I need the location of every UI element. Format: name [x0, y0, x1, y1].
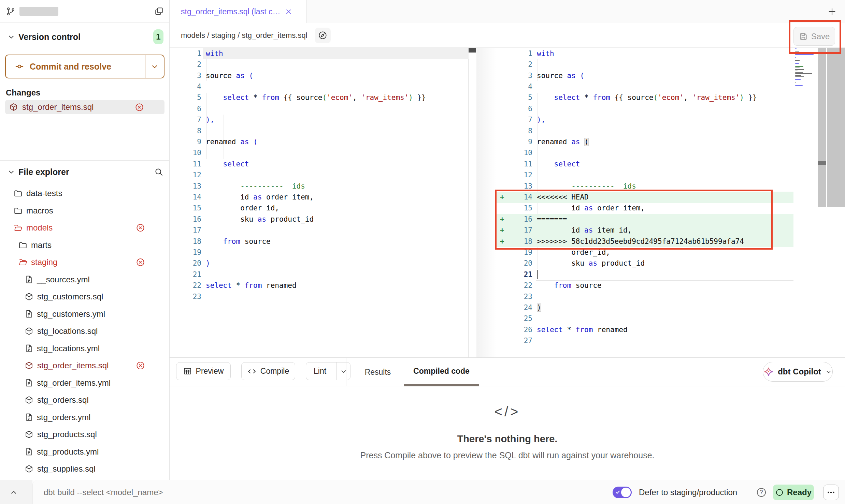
code-line[interactable]: +17 id as item_id, — [497, 225, 818, 236]
compile-button[interactable]: Compile — [241, 362, 295, 380]
file-tree-item-stg-products-yml[interactable]: stg_products.yml — [0, 443, 170, 461]
code-line[interactable]: 23 — [170, 291, 469, 302]
preview-button[interactable]: Preview — [176, 362, 231, 380]
minimap[interactable] — [795, 48, 816, 93]
file-tree-item-macros[interactable]: macros — [0, 202, 170, 220]
code-line[interactable]: 10 — [497, 147, 818, 159]
version-control-header[interactable]: Version control 1 — [0, 29, 170, 45]
conflict-x-icon[interactable] — [135, 103, 144, 112]
save-button[interactable]: Save — [793, 27, 835, 46]
code-line[interactable]: 4 — [497, 81, 818, 92]
code-line[interactable]: 10 — [170, 147, 469, 159]
chevron-up-icon[interactable] — [7, 486, 20, 499]
code-line[interactable]: 25 — [497, 313, 818, 324]
code-line[interactable]: 13 ---------- ids — [497, 181, 818, 192]
conflict-x-icon[interactable] — [136, 223, 145, 233]
changed-file-row[interactable]: stg_order_items.sql — [5, 100, 164, 114]
file-tree-item-stg-orders-sql[interactable]: stg_orders.sql — [0, 391, 170, 409]
minimap-slider[interactable] — [827, 48, 845, 207]
code-line[interactable]: 27 — [497, 335, 818, 346]
file-tree-item-stg-locations-yml[interactable]: stg_locations.yml — [0, 340, 170, 357]
code-line[interactable]: 3source as ( — [497, 70, 818, 81]
code-line[interactable]: 5 select * from {{ source('ecom', 'raw_i… — [170, 92, 469, 103]
code-line[interactable]: 24) — [497, 302, 818, 313]
editor-scrollbar[interactable] — [818, 48, 826, 207]
code-line[interactable]: +14<<<<<<< HEAD — [497, 192, 818, 203]
tab-compiled-code[interactable]: Compiled code — [404, 358, 479, 386]
conflict-x-icon[interactable] — [136, 361, 145, 370]
commit-options-caret[interactable] — [145, 55, 164, 78]
code-line[interactable]: 6 — [170, 103, 469, 115]
file-tree-item-stg-order-items-sql[interactable]: stg_order_items.sql — [0, 357, 170, 374]
code-line[interactable]: +18>>>>>>> 58c1dd23d5eebd9cd2495fa7124ab… — [497, 236, 818, 247]
code-line[interactable]: 26select * from renamed — [497, 324, 818, 336]
file-tree-item-stg-orders-yml[interactable]: stg_orders.yml — [0, 409, 170, 426]
code-line[interactable]: 21 — [497, 269, 818, 280]
help-icon[interactable]: ? — [757, 488, 766, 497]
tab-stg-order-items[interactable]: stg_order_items.sql (last c… — [170, 0, 307, 23]
code-line[interactable]: 20 sku as product_id — [497, 258, 818, 269]
file-tree-item-stg-products-sql[interactable]: stg_products.sql — [0, 426, 170, 443]
code-line[interactable]: 23 — [497, 291, 818, 302]
file-tree-item-staging[interactable]: staging — [0, 254, 170, 271]
file-tree-item--sources-yml[interactable]: __sources.yml — [0, 271, 170, 288]
code-line[interactable]: 21 — [170, 269, 469, 280]
code-line[interactable]: 1with — [497, 48, 818, 59]
file-tree-item-stg-customers-yml[interactable]: stg_customers.yml — [0, 306, 170, 323]
conflict-x-icon[interactable] — [136, 258, 145, 267]
copy-icon[interactable] — [155, 7, 163, 16]
code-line[interactable]: 14 id as order_item, — [170, 192, 469, 203]
new-tab-button[interactable] — [825, 5, 839, 18]
file-tree-item-stg-order-items-yml[interactable]: stg_order_items.yml — [0, 374, 170, 392]
code-line[interactable]: 1with — [170, 48, 469, 59]
code-line[interactable]: 19 order_id, — [497, 247, 818, 258]
commit-and-resolve-button[interactable]: Commit and resolve — [5, 55, 164, 78]
file-tree-item-marts[interactable]: marts — [0, 237, 170, 254]
code-line[interactable]: 16 sku as product_id — [170, 214, 469, 225]
code-line[interactable]: 11 select — [497, 159, 818, 170]
code-line[interactable]: 9renamed as ( — [497, 136, 818, 148]
code-pane-working[interactable]: 1with23source as (45 select * from {{ so… — [497, 48, 818, 357]
code-line[interactable]: 11 select — [170, 159, 469, 170]
dbt-copilot-button[interactable]: dbt Copilot — [763, 362, 833, 382]
lint-options-caret[interactable] — [336, 362, 350, 380]
code-line[interactable]: +16======= — [497, 214, 818, 225]
code-line[interactable]: 9renamed as ( — [170, 136, 469, 148]
code-line[interactable]: 5 select * from {{ source('ecom', 'raw_i… — [497, 92, 818, 103]
code-line[interactable]: 15 order_id, — [170, 203, 469, 214]
code-line[interactable]: 2 — [170, 59, 469, 70]
code-pane-head[interactable]: 1with23source as (45 select * from {{ so… — [170, 48, 469, 357]
file-tree-item-models[interactable]: models — [0, 219, 170, 237]
code-line[interactable]: 22 from source — [497, 280, 818, 291]
more-options-button[interactable] — [823, 485, 839, 500]
search-icon[interactable] — [154, 167, 163, 177]
command-input-placeholder[interactable]: dbt build --select <model_name> — [44, 480, 163, 504]
git-branch-icon[interactable] — [6, 7, 15, 16]
code-line[interactable]: 8 — [170, 125, 469, 137]
file-tree-item-stg-customers-sql[interactable]: stg_customers.sql — [0, 288, 170, 306]
code-editor[interactable]: 1with23source as (45 select * from {{ so… — [170, 48, 845, 357]
code-line[interactable]: 12 — [170, 169, 469, 181]
code-line[interactable]: 12 — [497, 169, 818, 181]
code-line[interactable]: 3source as ( — [170, 70, 469, 81]
code-line[interactable]: 6 — [497, 103, 818, 115]
code-line[interactable]: 22select * from renamed — [170, 280, 469, 291]
file-tree-item-stg-supplies-sql[interactable]: stg_supplies.sql — [0, 460, 170, 478]
code-line[interactable]: 18 from source — [170, 236, 469, 247]
file-tree-item-data-tests[interactable]: data-tests — [0, 185, 170, 202]
code-line[interactable]: 20) — [170, 258, 469, 269]
scrollbar-thumb[interactable] — [818, 161, 826, 165]
left-pane-scrollbar-thumb[interactable] — [469, 48, 476, 53]
code-line[interactable]: 17 — [170, 225, 469, 236]
code-line[interactable]: 4 — [170, 81, 469, 92]
defer-toggle[interactable] — [613, 487, 632, 498]
code-line[interactable]: 19 — [170, 247, 469, 258]
code-line[interactable]: 13 ---------- ids — [170, 181, 469, 192]
code-line[interactable]: 7), — [170, 114, 469, 125]
navigate-compass-icon[interactable] — [315, 28, 331, 43]
code-line[interactable]: 15 id as order_item, — [497, 203, 818, 214]
code-line[interactable]: 2 — [497, 59, 818, 70]
file-tree-item-stg-locations-sql[interactable]: stg_locations.sql — [0, 323, 170, 340]
lint-button[interactable]: Lint — [306, 362, 350, 380]
tab-results[interactable]: Results — [356, 358, 400, 386]
